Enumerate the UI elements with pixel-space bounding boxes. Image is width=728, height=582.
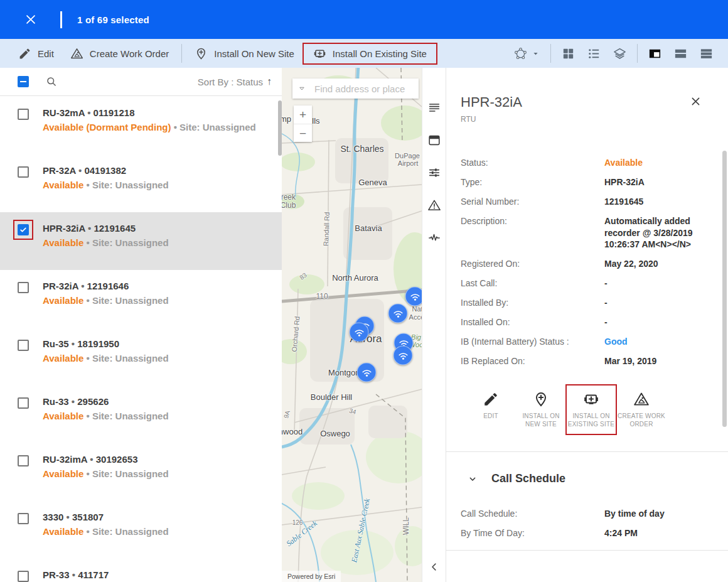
legend-icon[interactable]: [422, 91, 446, 124]
device-marker[interactable]: [388, 304, 408, 323]
action-label-line1: INSTALL ON: [572, 412, 609, 420]
item-checkbox[interactable]: [18, 166, 29, 178]
field-label: Registered On:: [461, 258, 604, 270]
map-label: North Aurora: [332, 273, 378, 283]
list-item[interactable]: HPR-32iA • 12191645 Available • Site: Un…: [0, 212, 282, 270]
item-checkbox[interactable]: [18, 224, 29, 235]
sort-control[interactable]: Sort By : Status ↑: [198, 76, 272, 87]
item-status: Available • Site: Unassigned: [43, 468, 169, 480]
field-label: Installed On:: [461, 316, 604, 328]
call-schedule-section-header[interactable]: Call Schedule: [461, 472, 728, 485]
filter-icon[interactable]: [422, 156, 446, 189]
search-icon[interactable]: [45, 75, 58, 88]
chevron-down-icon: [468, 474, 478, 484]
item-status: Available • Site: Unassigned: [43, 352, 169, 364]
zoom-in-button[interactable]: +: [294, 105, 312, 124]
field-label: IB (Internal Battery) Status :: [461, 336, 604, 348]
list-item[interactable]: PR-32A • 04191382 Available • Site: Unas…: [0, 154, 282, 212]
list-item[interactable]: RU-32imA • 30192653 Available • Site: Un…: [0, 443, 282, 501]
map-label: DuPage: [395, 152, 420, 159]
calendar-icon[interactable]: [422, 124, 446, 156]
field-label: IB Replaced On:: [461, 355, 604, 367]
item-title: PR-32A • 04191382: [43, 164, 169, 176]
action-toolbar: Edit Create Work Order Install On New Si…: [0, 39, 728, 68]
layout-rows-button[interactable]: [693, 43, 719, 64]
device-marker[interactable]: [357, 363, 377, 382]
map[interactable]: mp ills St. Charles DuPage Airport Genev…: [282, 68, 422, 582]
select-all-checkbox[interactable]: [18, 76, 29, 87]
device-marker[interactable]: [350, 323, 369, 342]
select-polygon-tool-button[interactable]: [508, 43, 546, 64]
create-work-order-button[interactable]: Create Work Order: [62, 43, 177, 65]
list-icon: [587, 46, 601, 61]
map-label: Airport: [398, 159, 418, 167]
edit-button[interactable]: Edit: [10, 43, 62, 65]
zoom-out-button[interactable]: −: [294, 124, 312, 142]
edit-action-button[interactable]: EDIT: [466, 385, 516, 434]
item-status: Available • Site: Unassigned: [43, 294, 169, 306]
map-label: Geneva: [358, 178, 387, 187]
device-marker[interactable]: [405, 287, 422, 306]
install-on-new-site-action-button[interactable]: INSTALL ON NEW SITE: [516, 385, 566, 434]
map-zoom-controls: + −: [294, 105, 312, 142]
item-checkbox[interactable]: [18, 282, 29, 293]
close-detail-button[interactable]: [688, 94, 703, 109]
item-checkbox[interactable]: [18, 513, 29, 524]
list-item[interactable]: Ru-33 • 295626 Available • Site: Unassig…: [0, 385, 282, 443]
layout-split-button[interactable]: [668, 43, 693, 64]
item-checkbox[interactable]: [18, 109, 29, 120]
detail-scrollbar[interactable]: [722, 151, 727, 427]
list-item[interactable]: Ru-35 • 18191950 Available • Site: Unass…: [0, 328, 282, 385]
grid-view-button[interactable]: [555, 43, 581, 64]
list-item[interactable]: PR-32iA • 12191646 Available • Site: Una…: [0, 270, 282, 328]
close-icon: [690, 95, 702, 107]
layers-icon: [613, 46, 627, 61]
field-label: Status:: [461, 157, 604, 169]
main-content: Sort By : Status ↑ RU-32mA • 01191218 Av…: [0, 68, 728, 582]
item-title: Ru-33 • 295626: [43, 396, 169, 407]
wifi-icon: [392, 307, 404, 320]
create-work-order-action-button[interactable]: CREATE WORK ORDER: [616, 385, 666, 434]
list-item[interactable]: RU-32mA • 01191218 Available (Dormant Pe…: [0, 97, 282, 154]
toolbar-divider: [550, 44, 551, 63]
list-item[interactable]: PR-33 • 411717 Available • Site: Unassig…: [0, 559, 282, 582]
activity-icon[interactable]: [422, 222, 446, 254]
close-selection-button[interactable]: [24, 13, 38, 26]
field-value: -: [604, 297, 727, 309]
search-type-dropdown[interactable]: [292, 78, 311, 99]
field-value: 12191645: [604, 196, 727, 208]
map-search-box[interactable]: Find address or place: [292, 78, 419, 99]
item-title: PR-33 • 411717: [43, 569, 169, 581]
install-on-existing-site-action-button[interactable]: INSTALL ON EXISTING SITE: [566, 385, 616, 434]
item-status: Available • Site: Unassigned: [43, 525, 169, 537]
map-label: Club: [282, 201, 296, 210]
layers-button[interactable]: [607, 43, 633, 64]
field-value: By time of day: [604, 508, 727, 520]
detail-field: Description: Automatically added recorde…: [461, 215, 728, 251]
item-status: Available • Site: Unassigned: [43, 179, 169, 191]
item-title: RU-32mA • 01191218: [43, 107, 256, 119]
alerts-icon[interactable]: [422, 189, 446, 222]
call-schedule-title: Call Schedule: [491, 472, 565, 485]
device-marker[interactable]: [393, 346, 413, 365]
pin-plus-icon: [195, 47, 208, 60]
install-on-new-site-button[interactable]: Install On New Site: [186, 43, 302, 65]
layout-left-panel-button[interactable]: [642, 43, 668, 64]
detail-field: Registered On: May 22, 2020: [461, 258, 728, 270]
item-checkbox[interactable]: [18, 340, 29, 351]
collapse-panel-button[interactable]: [422, 558, 446, 576]
list-view-button[interactable]: [581, 43, 607, 64]
item-checkbox[interactable]: [18, 455, 29, 466]
item-checkbox[interactable]: [18, 571, 29, 582]
map-label: 110: [316, 292, 328, 301]
list-item[interactable]: 3330 • 351807 Available • Site: Unassign…: [0, 501, 282, 559]
item-checkbox[interactable]: [18, 397, 29, 409]
map-label: Boulder Hill: [311, 392, 352, 402]
detail-field: Installed By: -: [461, 297, 728, 309]
header-divider: [60, 11, 62, 28]
detail-field: Serial Number: 12191645: [461, 196, 728, 208]
wifi-icon: [353, 326, 365, 338]
asset-list-panel: Sort By : Status ↑ RU-32mA • 01191218 Av…: [0, 68, 282, 582]
map-label: St. Charles: [340, 144, 383, 154]
install-on-existing-site-button[interactable]: Install On Existing Site: [302, 43, 437, 65]
